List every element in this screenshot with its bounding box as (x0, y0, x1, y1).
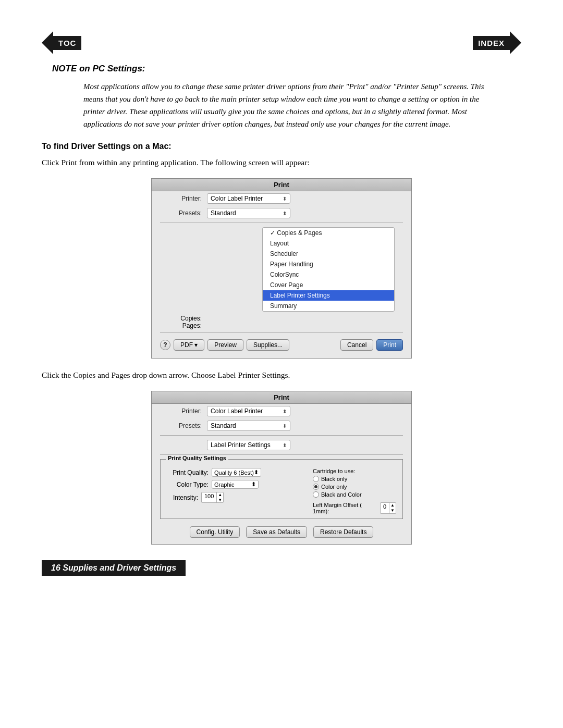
cartridge-to-use-labels: Cartridge to use: (313, 468, 396, 474)
dialog2-settings-arrow-icon: ⬍ (283, 442, 287, 448)
note-title: NOTE on PC Settings: (52, 64, 521, 74)
radio-black-and-color[interactable]: Black and Color (313, 491, 396, 498)
dialog1-footer: ? PDF ▾ Preview Supplies... Cancel Print (152, 335, 411, 353)
radio-color-only[interactable]: Color only (313, 484, 396, 490)
dialog1-print-button[interactable]: Print (376, 339, 403, 351)
dialog1-printer-select[interactable]: Color Label Printer ⬍ (207, 193, 290, 204)
color-type-value: Graphic (214, 482, 235, 488)
print-dialog-2: Print Printer: Color Label Printer ⬍ Pre… (151, 391, 412, 545)
dropdown-label-printer-settings[interactable]: Label Printer Settings (263, 290, 394, 301)
index-label: INDEX (473, 36, 510, 50)
between-dialogs-text: Click the Copies and Pages drop down arr… (42, 369, 521, 381)
intensity-row: Intensity: 100 ▲ ▼ (167, 492, 304, 503)
dropdown-summary[interactable]: Summary (263, 301, 394, 311)
dialog2-printer-value: Color Label Printer (211, 408, 263, 415)
dropdown-paper-handling[interactable]: Paper Handling (263, 259, 394, 269)
radio-black-only[interactable]: Black only (313, 476, 396, 482)
restore-defaults-button[interactable]: Restore Defaults (313, 526, 373, 538)
dialog2-titlebar: Print (152, 391, 411, 404)
dialog1-separator (160, 223, 403, 223)
note-body: Most applications allow you to change th… (83, 80, 500, 130)
dialog1-pdf-button[interactable]: PDF ▾ (174, 339, 204, 351)
print-dialog-1: Print Printer: Color Label Printer ⬍ Pre… (151, 178, 412, 359)
dialog1-presets-value: Standard (211, 209, 236, 217)
index-button[interactable]: INDEX (473, 31, 521, 54)
save-defaults-button[interactable]: Save as Defaults (246, 526, 307, 538)
dialog2-printer-row: Printer: Color Label Printer ⬍ (152, 404, 411, 418)
dialog2-settings-select[interactable]: Label Printer Settings ⬍ (207, 440, 290, 450)
dialog1-preview-button[interactable]: Preview (207, 339, 243, 351)
dialog1-dropdown-menu: Copies & Pages Layout Scheduler Paper Ha… (262, 227, 395, 312)
intensity-value: 100 (202, 492, 216, 502)
settings-right: Cartridge to use: Black only Color only … (313, 468, 396, 514)
dialog1-presets-row: Presets: Standard ⬍ (152, 206, 411, 220)
dialog2-presets-value: Standard (211, 422, 236, 429)
dialog2-presets-select[interactable]: Standard ⬍ (207, 421, 290, 431)
dropdown-copies-pages[interactable]: Copies & Pages (263, 228, 394, 238)
intensity-stepper-arrows[interactable]: ▲ ▼ (216, 492, 223, 502)
dialog2-settings-dropdown-row: Label Printer Settings ⬍ (152, 438, 411, 452)
index-arrow-right-icon (510, 31, 521, 54)
dialog1-printer-label: Printer: (160, 195, 202, 202)
toc-label: TOC (53, 36, 81, 50)
dialog1-help-button[interactable]: ? (160, 340, 170, 350)
print-quality-row: Print Quality: Quality 6 (Best) ⬍ (167, 468, 304, 477)
dialog1-footer-left: ? PDF ▾ Preview Supplies... (160, 339, 289, 351)
dialog1-copies-label (160, 227, 202, 312)
dialog1-copies-pages-area: Copies: Pages: (152, 314, 411, 330)
dialog1-supplies-button[interactable]: Supplies... (247, 339, 289, 351)
config-utility-button[interactable]: Config. Utility (190, 526, 240, 538)
dialog2-separator (160, 435, 403, 436)
settings-box-title: Print Quality Settings (166, 455, 228, 461)
radio-color-only-icon (313, 484, 319, 490)
intensity-down-icon[interactable]: ▼ (217, 498, 223, 503)
dropdown-scheduler[interactable]: Scheduler (263, 249, 394, 259)
dialog1-footer-separator (160, 332, 403, 333)
margin-offset-row: Left Margin Offset ( 1mm): 0 ▲ ▼ (313, 502, 396, 514)
nav-buttons: TOC INDEX (42, 31, 521, 54)
dialog1-cancel-button[interactable]: Cancel (340, 339, 373, 351)
margin-offset-value: 0 (381, 503, 389, 513)
intensity-stepper[interactable]: 100 ▲ ▼ (201, 492, 224, 503)
toc-button[interactable]: TOC (42, 31, 81, 54)
dialog1-presets-select[interactable]: Standard ⬍ (207, 208, 290, 218)
dialog2-presets-label: Presets: (160, 422, 202, 429)
print-quality-value: Quality 6 (Best) (214, 470, 254, 476)
dialog2-printer-select[interactable]: Color Label Printer ⬍ (207, 406, 290, 416)
dialog1-presets-arrow-icon: ⬍ (283, 211, 287, 216)
dialog1-dropdown-area: Copies & Pages Layout Scheduler Paper Ha… (152, 225, 411, 314)
dialog2-settings-dropdown-value: Label Printer Settings (211, 441, 271, 449)
color-type-row: Color Type: Graphic ⬍ (167, 480, 304, 489)
dialog1-copies-pages-placeholder (207, 315, 403, 329)
dialog1-printer-row: Printer: Color Label Printer ⬍ (152, 191, 411, 206)
dialog1-copies-pages-labels: Copies: Pages: (160, 315, 202, 329)
dialog2-printer-arrow-icon: ⬍ (283, 409, 287, 414)
radio-black-and-color-icon (313, 491, 319, 498)
dropdown-colorsync[interactable]: ColorSync (263, 269, 394, 280)
print-quality-select[interactable]: Quality 6 (Best) ⬍ (212, 468, 261, 477)
page-footer-label: 16 Supplies and Driver Settings (42, 560, 186, 576)
dialog1-copies-field-label: Copies: (160, 315, 202, 322)
print-quality-arrow-icon: ⬍ (254, 469, 259, 476)
dropdown-layout[interactable]: Layout (263, 238, 394, 249)
dialog1-printer-arrow-icon: ⬍ (283, 196, 287, 202)
dialog1-titlebar: Print (152, 179, 411, 191)
dialog2-printer-label: Printer: (160, 408, 202, 415)
dialog1-presets-label: Presets: (160, 209, 202, 217)
print-quality-label: Print Quality: (167, 469, 209, 476)
dialog2-footer: Config. Utility Save as Defaults Restore… (152, 523, 411, 538)
intensity-up-icon[interactable]: ▲ (217, 492, 223, 498)
cartridge-radio-group: Black only Color only Black and Color (313, 476, 396, 498)
dialog2-presets-row: Presets: Standard ⬍ (152, 418, 411, 433)
margin-up-icon[interactable]: ▲ (389, 503, 396, 508)
dropdown-cover-page[interactable]: Cover Page (263, 280, 394, 290)
page-footer: 16 Supplies and Driver Settings (42, 560, 521, 576)
print-quality-settings-box: Print Quality Settings Print Quality: Qu… (160, 459, 403, 519)
toc-arrow-left-icon (42, 31, 53, 54)
margin-offset-stepper[interactable]: 0 ▲ ▼ (380, 502, 396, 513)
to-use-label: to use: (338, 468, 355, 474)
margin-down-icon[interactable]: ▼ (389, 508, 396, 513)
radio-black-and-color-label: Black and Color (321, 491, 362, 498)
color-type-select[interactable]: Graphic ⬍ (212, 480, 259, 489)
margin-stepper-arrows[interactable]: ▲ ▼ (389, 503, 396, 513)
